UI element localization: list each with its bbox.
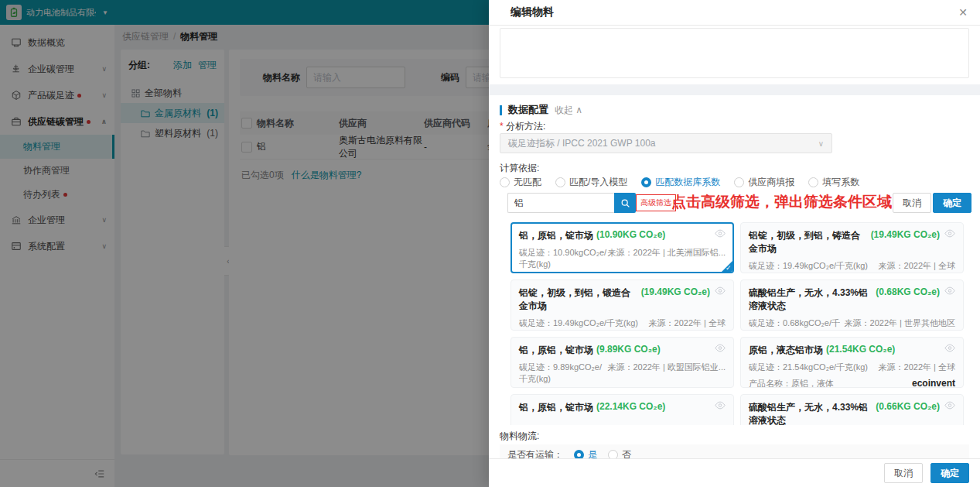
radio-label: 是: [588, 448, 597, 458]
drawer-header: 编辑物料 ✕: [489, 0, 980, 26]
card-footprint: 碳足迹：19.49kgCO₂e/千克(kg): [749, 260, 868, 272]
calc-basis-label: 计算依据:: [500, 162, 539, 175]
section-divider: [489, 84, 980, 95]
radio-icon: [808, 177, 818, 187]
card-footprint: 碳足迹：0.68kgCO₂e/千克(kg): [749, 317, 845, 331]
card-co2-value: (19.49KG CO₂e): [641, 286, 710, 297]
card-co2-value: (0.66KG CO₂e): [876, 401, 940, 412]
database-result-cards: 铝，原铝，锭市场(10.90KG CO₂e) 碳足迹：10.90kgCO₂e/千…: [510, 222, 964, 425]
analysis-method-select[interactable]: 碳足迹指标 / IPCC 2021 GWP 100a ∨: [500, 133, 832, 153]
eye-icon[interactable]: [940, 401, 955, 410]
card-title: 原铝，液态铝市场: [749, 344, 823, 357]
section-title: 数据配置: [508, 103, 548, 117]
result-card[interactable]: 原铝，液态铝市场(21.54KG CO₂e) 碳足迹：21.54kgCO₂e/千…: [740, 337, 964, 388]
result-card[interactable]: 铝锭，初级，到铝，铸造合金市场(19.49KG CO₂e) 碳足迹：19.49k…: [740, 222, 964, 273]
transport-label: 是否有运输：: [507, 448, 563, 458]
eye-icon[interactable]: [940, 344, 955, 352]
radio-transport-yes[interactable]: 是: [574, 448, 597, 458]
card-footprint: 碳足迹：19.49kgCO₂e/千克(kg): [519, 317, 638, 329]
card-title: 铝锭，初级，到铝，铸造合金市场: [749, 229, 868, 256]
radio-icon: [574, 450, 584, 458]
eye-icon[interactable]: [710, 344, 726, 352]
result-card-selected[interactable]: 铝，原铝，锭市场(10.90KG CO₂e) 碳足迹：10.90kgCO₂e/千…: [510, 222, 734, 273]
search-confirm-button[interactable]: 确定: [933, 193, 971, 213]
radio-icon: [500, 177, 510, 187]
result-card[interactable]: 硫酸铝生产，无水，4.33%铝溶液状态(0.66KG CO₂e): [740, 394, 964, 425]
drawer-cancel-button[interactable]: 取消: [884, 463, 923, 483]
database-search-input[interactable]: [507, 193, 614, 213]
card-title: 铝，原铝，锭市场: [519, 401, 593, 414]
card-title: 铝锭，初级，到铝，锻造合金市场: [519, 286, 638, 313]
card-title: 硫酸铝生产，无水，4.33%铝溶液状态: [749, 401, 872, 425]
card-co2-value: (19.49KG CO₂e): [871, 229, 940, 240]
result-card[interactable]: 铝，原铝，锭市场(9.89KG CO₂e) 碳足迹：9.89kgCO₂e/千克(…: [510, 337, 734, 388]
radio-label: 匹配数据库系数: [655, 176, 720, 189]
eye-icon[interactable]: [940, 286, 955, 295]
radio-icon: [734, 177, 744, 187]
card-title: 铝，原铝，锭市场: [519, 229, 593, 242]
radio-label: 否: [622, 448, 631, 458]
eye-icon[interactable]: [710, 401, 726, 410]
radio-supplier-fill[interactable]: 供应商填报: [734, 176, 794, 189]
radio-icon: [555, 177, 565, 187]
radio-icon: [641, 177, 651, 187]
card-co2-value: (21.54KG CO₂e): [826, 344, 895, 355]
radio-label: 无匹配: [514, 176, 541, 189]
card-co2-value: (0.68KG CO₂e): [876, 286, 940, 297]
result-card[interactable]: 铝，原铝，锭市场(22.14KG CO₂e): [510, 394, 734, 425]
edit-material-drawer: 编辑物料 ✕ 数据配置 收起 ∧ 分析方法: 碳足迹指标 / IPCC 2021…: [489, 0, 980, 487]
close-icon[interactable]: ✕: [958, 6, 968, 19]
card-footprint: 碳足迹：9.89kgCO₂e/千克(kg): [519, 362, 607, 385]
annotation-text: 点击高级筛选，弹出筛选条件区域: [671, 192, 892, 212]
scrolled-form-box: [500, 28, 969, 78]
logistics-label: 物料物流:: [500, 430, 539, 443]
drawer-footer: 取消 确定: [489, 458, 980, 487]
chevron-down-icon: ∨: [818, 139, 824, 148]
card-title: 硫酸铝生产，无水，4.33%铝溶液状态: [749, 286, 872, 313]
section-accent-bar: [500, 105, 502, 115]
radio-label: 匹配/导入模型: [569, 176, 627, 189]
search-button[interactable]: [614, 193, 636, 213]
check-icon: ✓: [726, 264, 732, 272]
radio-label: 填写系数: [822, 176, 859, 189]
radio-match-import-model[interactable]: 匹配/导入模型: [555, 176, 627, 189]
radio-icon: [608, 450, 618, 458]
calc-basis-radio-group: 无匹配 匹配/导入模型 匹配数据库系数 供应商填报 填写系数: [500, 176, 859, 189]
database-search-row: 高级筛选 点击高级筛选，弹出筛选条件区域 取消 确定: [489, 193, 980, 214]
card-source: 来源：2022年 | 欧盟国际铝业...: [607, 362, 726, 385]
section-collapse-link[interactable]: 收起 ∧: [555, 104, 582, 117]
result-card[interactable]: 铝锭，初级，到铝，锻造合金市场(19.49KG CO₂e) 碳足迹：19.49k…: [510, 280, 734, 331]
card-co2-value: (10.90KG CO₂e): [596, 229, 665, 240]
card-co2-value: (9.89KG CO₂e): [596, 344, 661, 355]
card-database: ecoinvent: [912, 378, 955, 388]
analysis-method-value: 碳足迹指标 / IPCC 2021 GWP 100a: [508, 137, 656, 150]
drawer-title: 编辑物料: [510, 5, 554, 19]
search-icon: [620, 198, 630, 208]
analysis-method-label: 分析方法:: [500, 120, 545, 133]
drawer-body: 数据配置 收起 ∧ 分析方法: 碳足迹指标 / IPCC 2021 GWP 10…: [489, 26, 980, 458]
transport-row: 是否有运输： 是 否: [500, 444, 969, 458]
drawer-confirm-button[interactable]: 确定: [930, 463, 969, 483]
card-source: 来源：2022年 | 世界其他地区: [845, 317, 955, 331]
card-source: 来源：2022年 | 全球: [879, 260, 955, 272]
eye-icon[interactable]: [710, 286, 726, 295]
radio-fill-coefficient[interactable]: 填写系数: [808, 176, 859, 189]
card-co2-value: (22.14KG CO₂e): [596, 401, 665, 412]
result-card[interactable]: 硫酸铝生产，无水，4.33%铝溶液状态(0.68KG CO₂e) 碳足迹：0.6…: [740, 280, 964, 331]
search-cancel-button[interactable]: 取消: [893, 193, 931, 213]
card-product: 产品名称：原铝，液体: [749, 378, 834, 388]
card-source: 来源：2022年 | 全球: [879, 362, 955, 373]
app-window: 动力电池制品有限公司 ▼ 数据概览 企业碳管理 ∨ 产品碳足迹 ∨ 供应链碳管理…: [0, 0, 980, 487]
card-source: 来源：2022年 | 全球: [649, 317, 726, 329]
radio-label: 供应商填报: [748, 176, 794, 189]
eye-icon[interactable]: [940, 229, 955, 238]
radio-transport-no[interactable]: 否: [608, 448, 631, 458]
eye-icon[interactable]: [710, 229, 726, 238]
advanced-filter-button[interactable]: 高级筛选: [636, 194, 676, 211]
card-footprint: 碳足迹：10.90kgCO₂e/千克(kg): [519, 247, 607, 270]
card-title: 铝，原铝，锭市场: [519, 344, 593, 357]
card-source: 来源：2022年 | 北美洲国际铝...: [607, 247, 726, 270]
card-footprint: 碳足迹：21.54kgCO₂e/千克(kg): [749, 362, 868, 373]
radio-no-match[interactable]: 无匹配: [500, 176, 541, 189]
radio-match-database[interactable]: 匹配数据库系数: [641, 176, 720, 189]
